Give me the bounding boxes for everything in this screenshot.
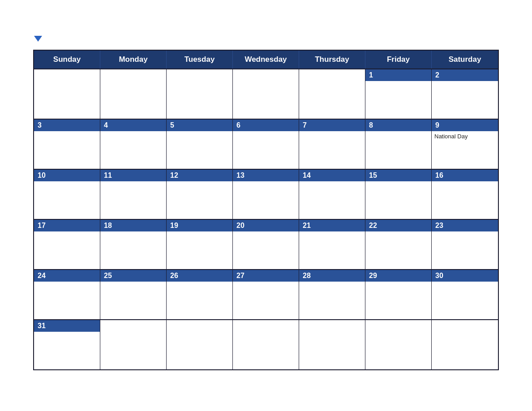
day-number — [167, 69, 232, 73]
day-number: 4 — [100, 120, 166, 131]
cal-cell-w3-d4: 13 — [233, 170, 299, 219]
day-number: 2 — [432, 69, 498, 81]
day-number — [233, 320, 299, 324]
day-number: 27 — [233, 270, 299, 282]
cal-cell-w1-d4 — [233, 69, 299, 119]
cal-cell-w1-d3 — [167, 69, 233, 119]
cal-cell-w3-d1: 10 — [34, 170, 100, 219]
week-row-4: 17181920212223 — [34, 219, 498, 269]
cal-cell-w2-d4: 6 — [233, 120, 299, 169]
day-number: 9 — [432, 120, 498, 131]
weekday-header-thursday: Thursday — [299, 51, 365, 68]
cal-cell-w6-d1: 31 — [34, 320, 100, 369]
day-number: 10 — [34, 170, 100, 181]
cal-cell-w1-d5 — [299, 69, 365, 119]
week-row-2: 3456789National Day — [34, 119, 498, 169]
cal-cell-w6-d5 — [299, 320, 365, 369]
logo — [33, 37, 42, 43]
cal-cell-w5-d1: 24 — [34, 270, 100, 319]
day-number — [432, 320, 498, 324]
week-row-3: 10111213141516 — [34, 169, 498, 219]
cal-cell-w3-d2: 11 — [100, 170, 167, 219]
day-number: 16 — [432, 170, 498, 181]
day-number — [299, 320, 365, 324]
weekday-header-monday: Monday — [100, 51, 167, 68]
cal-cell-w4-d3: 19 — [167, 220, 233, 269]
day-number: 8 — [365, 120, 431, 131]
cal-cell-w6-d4 — [233, 320, 299, 369]
day-number: 11 — [100, 170, 166, 181]
cal-cell-w4-d6: 22 — [365, 220, 432, 269]
day-number: 1 — [365, 69, 431, 81]
day-number — [299, 69, 365, 73]
cal-cell-w1-d7: 2 — [432, 69, 498, 119]
cal-cell-w3-d5: 14 — [299, 170, 365, 219]
day-number: 25 — [100, 270, 166, 282]
cal-cell-w2-d2: 4 — [100, 120, 167, 169]
cal-cell-w4-d5: 21 — [299, 220, 365, 269]
weekday-header-sunday: Sunday — [34, 51, 100, 68]
day-number: 19 — [167, 220, 232, 231]
day-number: 15 — [365, 170, 431, 181]
day-number: 5 — [167, 120, 232, 131]
day-number: 22 — [365, 220, 431, 231]
cal-cell-w2-d6: 8 — [365, 120, 432, 169]
day-number: 13 — [233, 170, 299, 181]
logo-triangle-icon — [34, 36, 42, 42]
weekday-header-friday: Friday — [365, 51, 432, 68]
cal-cell-w5-d4: 27 — [233, 270, 299, 319]
cal-cell-w4-d1: 17 — [34, 220, 100, 269]
cal-cell-w4-d4: 20 — [233, 220, 299, 269]
day-number: 31 — [34, 320, 100, 332]
weekday-header-tuesday: Tuesday — [167, 51, 233, 68]
day-number — [233, 69, 299, 73]
cal-cell-w2-d7: 9National Day — [432, 120, 498, 169]
cal-event: National Day — [432, 131, 498, 141]
day-number — [167, 320, 232, 324]
weekday-header-row: SundayMondayTuesdayWednesdayThursdayFrid… — [34, 51, 498, 68]
cal-cell-w4-d7: 23 — [432, 220, 498, 269]
day-number: 28 — [299, 270, 365, 282]
day-number: 7 — [299, 120, 365, 131]
cal-cell-w6-d2 — [100, 320, 167, 369]
day-number: 23 — [432, 220, 498, 231]
cal-cell-w3-d3: 12 — [167, 170, 233, 219]
day-number: 21 — [299, 220, 365, 231]
day-number: 14 — [299, 170, 365, 181]
cal-cell-w3-d6: 15 — [365, 170, 432, 219]
day-number — [100, 320, 166, 324]
week-row-5: 24252627282930 — [34, 269, 498, 319]
calendar-grid: SundayMondayTuesdayWednesdayThursdayFrid… — [33, 50, 499, 370]
week-row-1: 12 — [34, 68, 498, 119]
cal-cell-w5-d6: 29 — [365, 270, 432, 319]
cal-cell-w3-d7: 16 — [432, 170, 498, 219]
weekday-header-saturday: Saturday — [432, 51, 498, 68]
cal-cell-w6-d3 — [167, 320, 233, 369]
cal-cell-w2-d1: 3 — [34, 120, 100, 169]
day-number: 29 — [365, 270, 431, 282]
day-number: 12 — [167, 170, 232, 181]
day-number: 26 — [167, 270, 232, 282]
day-number — [100, 69, 166, 73]
cal-cell-w1-d1 — [34, 69, 100, 119]
day-number: 20 — [233, 220, 299, 231]
cal-cell-w1-d2 — [100, 69, 167, 119]
cal-cell-w5-d7: 30 — [432, 270, 498, 319]
cal-cell-w1-d6: 1 — [365, 69, 432, 119]
cal-cell-w4-d2: 18 — [100, 220, 167, 269]
cal-cell-w2-d3: 5 — [167, 120, 233, 169]
cal-cell-w5-d2: 25 — [100, 270, 167, 319]
calendar-page: SundayMondayTuesdayWednesdayThursdayFrid… — [20, 28, 512, 384]
day-number: 6 — [233, 120, 299, 131]
cal-cell-w2-d5: 7 — [299, 120, 365, 169]
cal-cell-w6-d6 — [365, 320, 432, 369]
day-number — [34, 69, 100, 73]
day-number: 24 — [34, 270, 100, 282]
day-number: 3 — [34, 120, 100, 131]
day-number: 18 — [100, 220, 166, 231]
cal-cell-w6-d7 — [432, 320, 498, 369]
day-number — [365, 320, 431, 324]
header — [33, 37, 499, 43]
cal-cell-w5-d3: 26 — [167, 270, 233, 319]
weekday-header-wednesday: Wednesday — [233, 51, 299, 68]
